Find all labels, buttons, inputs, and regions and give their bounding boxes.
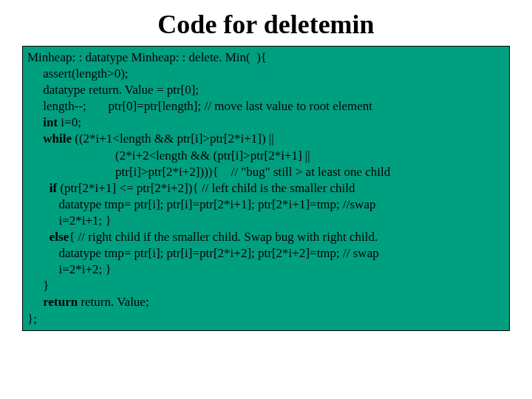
code-line: int i=0; xyxy=(27,115,505,131)
code-text: i=0; xyxy=(58,115,81,129)
slide-title: Code for deletemin xyxy=(0,9,532,40)
code-line: else{ // right child if the smaller chil… xyxy=(27,229,505,245)
code-line: assert(length>0); xyxy=(27,66,505,82)
code-line: i=2*i+1; } xyxy=(27,213,505,229)
keyword-int: int xyxy=(27,115,58,129)
code-line: ptr[i]>ptr[2*i+2]))){ // "bug" still > a… xyxy=(27,164,505,180)
code-line: (2*i+2<length && (ptr[i]>ptr[2*i+1] || xyxy=(27,148,505,164)
code-text: ((2*i+1<length && ptr[i]>ptr[2*i+1]) || xyxy=(72,132,274,146)
code-line: datatype return. Value = ptr[0]; xyxy=(27,82,505,98)
keyword-else: else xyxy=(27,230,69,244)
code-line: datatype tmp= ptr[i]; ptr[i]=ptr[2*i+2];… xyxy=(27,245,505,262)
code-line: } xyxy=(27,278,505,294)
code-text: { // right child if the smaller child. S… xyxy=(69,230,378,244)
keyword-while: while xyxy=(27,132,72,146)
slide: Code for deletemin Minheap: : datatype M… xyxy=(0,9,532,399)
code-line: Minheap: : datatype Minheap: : delete. M… xyxy=(27,50,505,66)
code-line: return return. Value; xyxy=(27,294,505,310)
code-line: }; xyxy=(27,311,505,327)
code-line: i=2*i+2; } xyxy=(27,262,505,278)
code-line: if (ptr[2*i+1] <= ptr[2*i+2]){ // left c… xyxy=(27,180,505,197)
code-line: datatype tmp= ptr[i]; ptr[i]=ptr[2*i+1];… xyxy=(27,197,505,213)
code-text: return. Value; xyxy=(78,295,149,309)
code-text: (ptr[2*i+1] <= ptr[2*i+2]){ // left chil… xyxy=(57,181,355,195)
code-line: length--; ptr[0]=ptr[length]; // move la… xyxy=(27,98,505,115)
keyword-if: if xyxy=(27,181,57,195)
code-box: Minheap: : datatype Minheap: : delete. M… xyxy=(22,46,510,331)
code-line: while ((2*i+1<length && ptr[i]>ptr[2*i+1… xyxy=(27,131,505,147)
keyword-return: return xyxy=(27,295,78,309)
